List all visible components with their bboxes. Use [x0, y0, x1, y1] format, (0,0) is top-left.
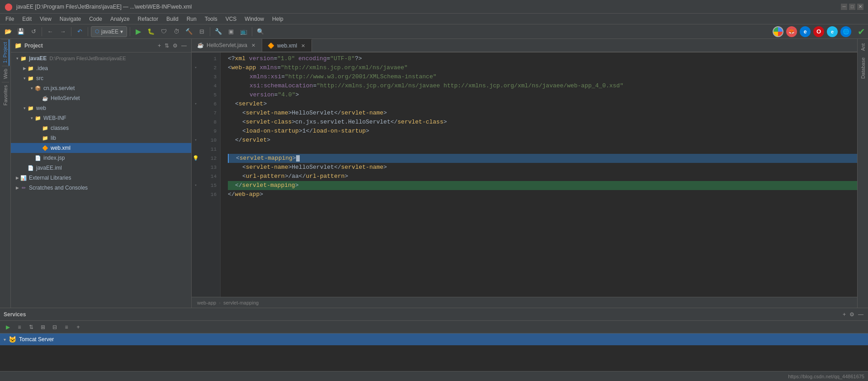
breadcrumb-webpp[interactable]: web-app: [197, 300, 216, 305]
menu-code[interactable]: Code: [85, 15, 106, 23]
undo-button[interactable]: ↶: [74, 26, 85, 37]
tree-item-indexjsp[interactable]: 📄 index.jsp: [11, 153, 191, 163]
tree-item-helloservlet[interactable]: ☕ HelloServlet: [11, 93, 191, 103]
tab-helloservlet-close[interactable]: ✕: [250, 42, 256, 48]
minimize-button[interactable]: ─: [841, 4, 847, 10]
services-content: ▾ 🐱 Tomcat Server: [0, 333, 868, 371]
settings-button[interactable]: ⚙: [172, 42, 179, 50]
tree-item-webinf[interactable]: ▾ 📁 WEB-INF: [11, 113, 191, 123]
gutter-collapse-15[interactable]: ▾: [194, 181, 197, 190]
gutter-collapse-2[interactable]: ▾: [194, 63, 197, 72]
services-expand-button[interactable]: ⊞: [38, 322, 48, 332]
sync-button[interactable]: ↺: [28, 26, 39, 37]
tab-webxml-close[interactable]: ✕: [300, 43, 306, 49]
presentation-button[interactable]: 📺: [238, 26, 249, 37]
tree-item-external-libraries[interactable]: ▶ 📊 External Libraries: [11, 173, 191, 183]
menu-edit[interactable]: Edit: [19, 15, 35, 23]
tasks-button[interactable]: ⊟: [196, 26, 207, 37]
close-button[interactable]: ✕: [857, 4, 863, 10]
menu-vcs[interactable]: VCS: [222, 15, 241, 23]
menu-build[interactable]: Build: [163, 15, 182, 23]
opera-icon[interactable]: O: [813, 26, 824, 37]
expand-all-button[interactable]: ⇅: [164, 42, 170, 50]
coverage-button[interactable]: 🛡: [158, 26, 169, 37]
class-icon: ☕: [42, 95, 49, 102]
right-tab-database[interactable]: Database: [859, 55, 867, 81]
menu-window[interactable]: Window: [241, 15, 268, 23]
gutter-collapse-6[interactable]: ▾: [194, 100, 197, 109]
search-everywhere-button[interactable]: 🔍: [255, 26, 266, 37]
tomcat-server-item[interactable]: ▾ 🐱 Tomcat Server: [0, 333, 868, 345]
tree-item-webxml[interactable]: 🔶 web.xml: [11, 143, 191, 153]
line-num-6: 6: [200, 100, 217, 109]
services-add-button[interactable]: +: [842, 310, 847, 319]
code-line-3: xmlns:xsi="http://www.w3.org/2001/XMLSch…: [228, 72, 857, 81]
tree-item-src[interactable]: ▾ 📁 src: [11, 73, 191, 83]
gutter-8: [192, 118, 200, 127]
menu-refactor[interactable]: Refactor: [134, 15, 162, 23]
tree-item-idea[interactable]: ▶ 📁 .idea: [11, 63, 191, 73]
menu-run[interactable]: Run: [183, 15, 200, 23]
gutter-bulb-12[interactable]: 💡: [193, 154, 199, 163]
bottom-panel: Services + ⚙ — ▶ ≡ ⇅ ⊞ ⊟ ≡ + ▾ 🐱 Tomcat …: [0, 308, 868, 371]
gutter-collapse-10[interactable]: ▾: [194, 136, 197, 145]
close-panel-button[interactable]: —: [180, 42, 188, 50]
edge-old-icon[interactable]: e: [800, 26, 811, 37]
tree-item-root[interactable]: ▾ 📁 javaEE D:\Program Files\JetBrains\ja…: [11, 53, 191, 63]
gutter-3: [192, 72, 200, 81]
line-num-12: 12: [200, 154, 217, 163]
run-button[interactable]: ▶: [133, 26, 144, 37]
edge-icon[interactable]: 🌐: [840, 26, 851, 37]
code-content[interactable]: <?xml version="1.0" encoding="UTF-8"?> <…: [221, 52, 857, 297]
sidebar-item-project[interactable]: 1: Project: [1, 39, 9, 66]
back-button[interactable]: ←: [45, 26, 56, 37]
menu-file[interactable]: File: [2, 15, 18, 23]
status-url[interactable]: https://blog.csdn.net/qq_44861675: [788, 374, 864, 379]
title-bar-left: ⬤ javaEE [D:\Program Files\JetBrains\jav…: [5, 2, 192, 11]
save-button[interactable]: 💾: [15, 26, 26, 37]
sidebar-item-favorites[interactable]: Favorites: [2, 82, 9, 108]
sidebar-item-web[interactable]: Web: [2, 66, 9, 81]
menu-help[interactable]: Help: [269, 15, 287, 23]
vcs-button[interactable]: 🔧: [213, 26, 224, 37]
tab-xml-icon: 🔶: [268, 43, 274, 49]
firefox-icon[interactable]: 🦊: [786, 26, 797, 37]
menu-analyze[interactable]: Analyze: [107, 15, 133, 23]
code-line-13: <servlet-name>HelloServlet</servlet-name…: [228, 163, 857, 172]
tree-item-lib[interactable]: 📁 lib: [11, 133, 191, 143]
tree-item-scratches[interactable]: ▶ ✏ Scratches and Consoles: [11, 183, 191, 193]
tab-helloservlet[interactable]: ☕ HelloServlet.java ✕: [192, 39, 262, 52]
breadcrumb-servlet-mapping[interactable]: servlet-mapping: [223, 300, 259, 305]
services-filter-button[interactable]: ⊟: [50, 322, 60, 332]
menu-navigate[interactable]: Navigate: [56, 15, 85, 23]
open-file-button[interactable]: 📂: [3, 26, 14, 37]
debug-button[interactable]: 🐛: [146, 26, 156, 37]
project-header-icons: + ⇅ ⚙ —: [157, 42, 188, 50]
terminal-button[interactable]: ▣: [226, 26, 236, 37]
services-add-config-button[interactable]: +: [73, 322, 83, 332]
tree-item-classes[interactable]: 📁 classes: [11, 123, 191, 133]
tree-item-web[interactable]: ▾ 📁 web: [11, 103, 191, 113]
tree-item-iml[interactable]: 📄 javaEE.iml: [11, 163, 191, 173]
tab-webxml[interactable]: 🔶 web.xml ✕: [262, 39, 312, 52]
services-sort-button[interactable]: ⇅: [26, 322, 36, 332]
profile-button[interactable]: ⏱: [171, 26, 182, 37]
menu-view[interactable]: View: [36, 15, 55, 23]
right-tab-ant[interactable]: Ant: [859, 41, 867, 54]
services-settings-button[interactable]: ⚙: [849, 310, 855, 319]
add-file-button[interactable]: +: [157, 42, 162, 50]
services-minimize-button[interactable]: —: [857, 310, 864, 319]
ie-icon[interactable]: e: [827, 26, 838, 37]
services-options-button[interactable]: ≡: [61, 322, 71, 332]
helloservlet-label: HelloServlet: [51, 95, 80, 101]
services-group-button[interactable]: ≡: [14, 322, 24, 332]
maximize-button[interactable]: □: [849, 4, 855, 10]
forward-button[interactable]: →: [57, 26, 68, 37]
code-line-8: <servlet-class>cn.jxs.servlet.HelloServl…: [228, 118, 857, 127]
chrome-icon[interactable]: C: [773, 26, 783, 37]
project-selector[interactable]: ⬡ javaEE ▾: [91, 26, 127, 37]
services-run-button[interactable]: ▶: [3, 322, 13, 332]
tree-item-package[interactable]: ▾ 📦 cn.jxs.servlet: [11, 83, 191, 93]
build-button[interactable]: 🔨: [184, 26, 194, 37]
menu-tools[interactable]: Tools: [201, 15, 221, 23]
